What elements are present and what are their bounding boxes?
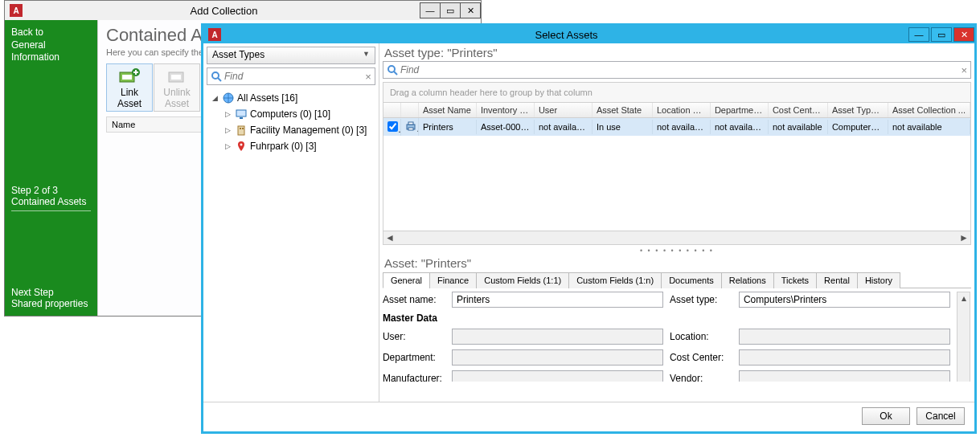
right-search-input[interactable] xyxy=(400,64,962,76)
clear-search-icon[interactable]: × xyxy=(961,64,967,76)
back-link[interactable]: Back to General Information xyxy=(11,27,91,64)
splitter[interactable]: • • • • • • • • • • xyxy=(383,247,971,255)
svg-rect-18 xyxy=(408,128,413,130)
link-asset-icon xyxy=(118,67,141,85)
tab-documents[interactable]: Documents xyxy=(661,272,722,288)
col-location-path[interactable]: Location Path xyxy=(653,103,711,117)
cell-location-path: not available xyxy=(653,120,711,134)
tree-item-computers[interactable]: ▷ Computers (0) [10] xyxy=(207,106,375,122)
department-field[interactable] xyxy=(452,349,663,366)
col-asset-name[interactable]: Asset Name xyxy=(419,103,477,117)
tab-general[interactable]: General xyxy=(383,272,430,288)
right-search: × xyxy=(383,61,971,79)
row-checkbox[interactable] xyxy=(383,119,401,136)
minimize-button[interactable]: — xyxy=(420,2,441,18)
asset-type-tree: ◢ All Assets [16] ▷ Computers (0) [10] ▷… xyxy=(207,90,375,154)
unlink-asset-icon xyxy=(166,67,188,85)
col-checkbox[interactable] xyxy=(383,103,401,117)
grid-body: Printers Asset-0000013 not available In … xyxy=(383,118,970,231)
link-asset-button[interactable]: Link Asset xyxy=(106,63,153,112)
asset-type-label: Asset type: xyxy=(670,294,732,305)
department-label: Department: xyxy=(383,352,445,363)
tree-label: Fuhrpark (0) [3] xyxy=(250,141,317,152)
unlink-asset-button[interactable]: Unlink Asset xyxy=(154,63,200,112)
clear-search-icon[interactable]: × xyxy=(365,71,371,83)
asset-name-field[interactable] xyxy=(452,292,663,308)
app-icon: A xyxy=(10,4,23,17)
col-department-path[interactable]: Department Path xyxy=(711,103,769,117)
vendor-field[interactable] xyxy=(739,370,950,382)
cell-cost-center-path: not available xyxy=(769,120,828,134)
dialog-footer: Ok Cancel xyxy=(203,402,974,429)
cancel-button[interactable]: Cancel xyxy=(916,407,965,425)
left-search: × xyxy=(207,67,375,85)
maximize-button[interactable]: ▭ xyxy=(440,2,461,18)
tab-history[interactable]: History xyxy=(857,272,900,288)
svg-rect-10 xyxy=(238,126,244,135)
user-field[interactable] xyxy=(452,329,663,345)
location-field[interactable] xyxy=(739,329,950,345)
cost-center-field[interactable] xyxy=(739,349,950,366)
next-step-link[interactable]: Next Step Shared properties xyxy=(11,287,91,309)
pin-icon xyxy=(235,140,248,153)
search-icon xyxy=(387,64,398,76)
right-pane: Asset type: "Printers" × Drag a column h… xyxy=(379,43,974,402)
tab-relations[interactable]: Relations xyxy=(721,272,774,288)
user-label: User: xyxy=(383,331,445,342)
asset-name-label: Asset name: xyxy=(383,294,445,305)
group-hint[interactable]: Drag a column header here to group by th… xyxy=(383,82,971,102)
tree-root-label: All Assets [16] xyxy=(237,92,297,104)
bg-titlebar[interactable]: A Add Collection — ▭ ✕ xyxy=(5,1,481,20)
col-asset-state[interactable]: Asset State xyxy=(593,103,653,117)
left-pane: Asset Types × ◢ All Assets [16] ▷ Comput… xyxy=(203,43,379,402)
close-button[interactable]: ✕ xyxy=(953,27,974,42)
grid-row[interactable]: Printers Asset-0000013 not available In … xyxy=(383,118,970,136)
ok-button[interactable]: Ok xyxy=(862,407,910,425)
col-asset-collection[interactable]: Asset Collection ... xyxy=(888,103,970,117)
expand-icon[interactable]: ▷ xyxy=(223,142,232,150)
link-asset-label: Link Asset xyxy=(117,87,141,109)
cell-inventory-number: Asset-0000013 xyxy=(477,120,535,134)
asset-types-combo[interactable]: Asset Types xyxy=(207,47,375,64)
svg-line-6 xyxy=(218,78,221,81)
fg-titlebar[interactable]: A Select Assets — ▭ ✕ xyxy=(203,26,974,43)
back-label-1: Back to xyxy=(11,27,91,39)
tree-item-fuhrpark[interactable]: ▷ Fuhrpark (0) [3] xyxy=(207,138,375,154)
col-icon[interactable] xyxy=(401,103,419,117)
tab-tickets[interactable]: Tickets xyxy=(773,272,817,288)
search-icon xyxy=(211,71,222,82)
col-cost-center-path[interactable]: Cost Center Path xyxy=(769,103,828,117)
asset-type-field[interactable] xyxy=(739,292,950,308)
tab-custom-fields-1n[interactable]: Custom Fields (1:n) xyxy=(568,272,662,288)
col-asset-type-path[interactable]: Asset Type Path xyxy=(828,103,888,117)
tree-root[interactable]: ◢ All Assets [16] xyxy=(207,90,375,106)
bg-window-title: Add Collection xyxy=(27,5,420,17)
left-search-input[interactable] xyxy=(224,71,365,82)
horizontal-scrollbar[interactable]: ◄► xyxy=(383,231,971,245)
next-label-2: Shared properties xyxy=(11,298,91,309)
close-button[interactable]: ✕ xyxy=(460,2,481,18)
svg-rect-9 xyxy=(240,117,243,119)
svg-rect-12 xyxy=(242,128,244,129)
fg-window-title: Select Assets xyxy=(226,29,907,41)
maximize-button[interactable]: ▭ xyxy=(931,27,952,42)
cell-asset-state: In use xyxy=(593,120,653,134)
tab-rental[interactable]: Rental xyxy=(816,272,858,288)
select-assets-window: A Select Assets — ▭ ✕ Asset Types × ◢ xyxy=(201,23,977,434)
svg-rect-4 xyxy=(171,75,181,80)
tab-custom-fields-11[interactable]: Custom Fields (1:1) xyxy=(476,272,569,288)
collapse-icon[interactable]: ◢ xyxy=(210,94,219,102)
expand-icon[interactable]: ▷ xyxy=(223,126,232,134)
globe-icon xyxy=(222,92,235,104)
tree-item-facility[interactable]: ▷ Facility Management (0) [3] xyxy=(207,122,375,138)
checkbox[interactable] xyxy=(387,121,398,132)
form-scrollbar[interactable]: ▴▾ xyxy=(957,292,970,382)
tab-finance[interactable]: Finance xyxy=(429,272,477,288)
manufacturer-field[interactable] xyxy=(452,370,663,382)
cell-asset-name: Printers xyxy=(419,120,477,134)
col-inventory-number[interactable]: Inventory Num... xyxy=(477,103,535,117)
minimize-button[interactable]: — xyxy=(908,27,929,42)
col-user[interactable]: User xyxy=(535,103,593,117)
expand-icon[interactable]: ▷ xyxy=(223,110,232,118)
vendor-label: Vendor: xyxy=(670,373,732,382)
